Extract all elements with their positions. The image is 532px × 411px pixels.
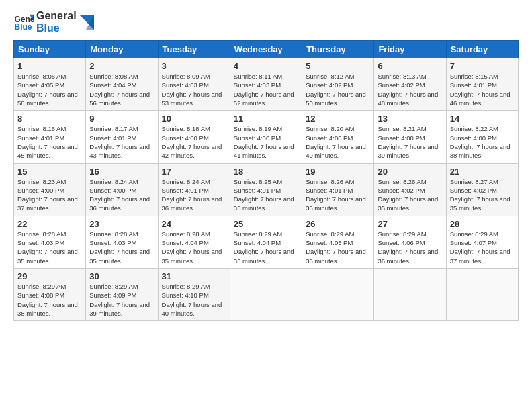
day-info: Sunrise: 8:12 AMSunset: 4:02 PMDaylight:… <box>306 72 370 107</box>
day-number: 7 <box>450 61 515 71</box>
day-number: 12 <box>306 113 370 124</box>
day-info: Sunrise: 8:29 AMSunset: 4:10 PMDaylight:… <box>162 282 226 318</box>
day-number: 6 <box>378 61 442 71</box>
calendar-cell <box>446 268 518 320</box>
calendar-cell: 25Sunrise: 8:29 AMSunset: 4:04 PMDayligh… <box>230 216 302 268</box>
day-info: Sunrise: 8:09 AMSunset: 4:03 PMDaylight:… <box>162 72 226 107</box>
day-number: 2 <box>89 61 154 71</box>
day-number: 3 <box>162 61 226 71</box>
day-number: 17 <box>162 167 226 177</box>
calendar-cell: 13Sunrise: 8:21 AMSunset: 4:00 PMDayligh… <box>374 111 446 163</box>
day-number: 16 <box>89 167 154 177</box>
day-info: Sunrise: 8:24 AMSunset: 4:01 PMDaylight:… <box>162 177 226 213</box>
calendar-week-row: 8Sunrise: 8:16 AMSunset: 4:01 PMDaylight… <box>14 111 519 163</box>
svg-text:Blue: Blue <box>15 21 32 31</box>
day-number: 24 <box>162 219 226 229</box>
calendar-cell: 19Sunrise: 8:26 AMSunset: 4:01 PMDayligh… <box>302 163 374 216</box>
day-info: Sunrise: 8:22 AMSunset: 4:00 PMDaylight:… <box>450 124 515 160</box>
day-info: Sunrise: 8:27 AMSunset: 4:02 PMDaylight:… <box>450 177 515 213</box>
calendar-cell: 6Sunrise: 8:13 AMSunset: 4:02 PMDaylight… <box>374 58 446 111</box>
calendar-cell: 9Sunrise: 8:17 AMSunset: 4:01 PMDaylight… <box>86 111 158 163</box>
calendar-week-row: 1Sunrise: 8:06 AMSunset: 4:05 PMDaylight… <box>14 58 519 111</box>
calendar-cell: 12Sunrise: 8:20 AMSunset: 4:00 PMDayligh… <box>302 111 374 163</box>
calendar-cell: 16Sunrise: 8:24 AMSunset: 4:00 PMDayligh… <box>86 163 158 216</box>
day-info: Sunrise: 8:29 AMSunset: 4:07 PMDaylight:… <box>450 230 515 265</box>
day-number: 8 <box>17 113 82 124</box>
day-info: Sunrise: 8:23 AMSunset: 4:00 PMDaylight:… <box>17 177 82 213</box>
weekday-header-tuesday: Tuesday <box>158 41 230 58</box>
day-number: 31 <box>162 271 226 281</box>
day-number: 23 <box>89 219 154 229</box>
calendar-cell: 29Sunrise: 8:29 AMSunset: 4:08 PMDayligh… <box>14 268 86 320</box>
calendar-cell: 30Sunrise: 8:29 AMSunset: 4:09 PMDayligh… <box>86 268 158 320</box>
logo: General Blue General Blue <box>13 10 94 34</box>
day-info: Sunrise: 8:15 AMSunset: 4:01 PMDaylight:… <box>450 72 515 107</box>
day-number: 5 <box>306 61 370 71</box>
day-number: 20 <box>378 167 442 177</box>
day-number: 22 <box>17 219 82 229</box>
day-info: Sunrise: 8:08 AMSunset: 4:04 PMDaylight:… <box>89 72 154 107</box>
calendar-cell: 17Sunrise: 8:24 AMSunset: 4:01 PMDayligh… <box>158 163 230 216</box>
calendar-cell: 15Sunrise: 8:23 AMSunset: 4:00 PMDayligh… <box>14 163 86 216</box>
day-info: Sunrise: 8:26 AMSunset: 4:01 PMDaylight:… <box>306 177 370 213</box>
logo-text-blue: Blue <box>36 22 77 34</box>
calendar-week-row: 29Sunrise: 8:29 AMSunset: 4:08 PMDayligh… <box>14 268 519 320</box>
day-number: 1 <box>17 61 82 71</box>
day-info: Sunrise: 8:20 AMSunset: 4:00 PMDaylight:… <box>306 124 370 160</box>
day-info: Sunrise: 8:29 AMSunset: 4:08 PMDaylight:… <box>17 282 82 318</box>
day-info: Sunrise: 8:28 AMSunset: 4:03 PMDaylight:… <box>89 230 154 265</box>
calendar-cell: 20Sunrise: 8:26 AMSunset: 4:02 PMDayligh… <box>374 163 446 216</box>
logo-text-general: General <box>36 10 77 22</box>
weekday-header-thursday: Thursday <box>302 41 374 58</box>
weekday-header-saturday: Saturday <box>446 41 518 58</box>
day-info: Sunrise: 8:29 AMSunset: 4:05 PMDaylight:… <box>306 230 370 265</box>
calendar-cell: 7Sunrise: 8:15 AMSunset: 4:01 PMDaylight… <box>446 58 518 111</box>
day-info: Sunrise: 8:29 AMSunset: 4:09 PMDaylight:… <box>89 282 154 318</box>
day-number: 14 <box>450 113 515 124</box>
calendar-cell: 27Sunrise: 8:29 AMSunset: 4:06 PMDayligh… <box>374 216 446 268</box>
weekday-header-friday: Friday <box>374 41 446 58</box>
calendar-week-row: 22Sunrise: 8:28 AMSunset: 4:03 PMDayligh… <box>14 216 519 268</box>
day-number: 25 <box>234 219 298 229</box>
day-info: Sunrise: 8:13 AMSunset: 4:02 PMDaylight:… <box>378 72 442 107</box>
day-info: Sunrise: 8:06 AMSunset: 4:05 PMDaylight:… <box>17 72 82 107</box>
logo-arrow-icon <box>79 15 94 30</box>
day-number: 18 <box>234 167 298 177</box>
day-number: 27 <box>378 219 442 229</box>
calendar-cell: 1Sunrise: 8:06 AMSunset: 4:05 PMDaylight… <box>14 58 86 111</box>
day-number: 13 <box>378 113 442 124</box>
day-info: Sunrise: 8:21 AMSunset: 4:00 PMDaylight:… <box>378 124 442 160</box>
calendar-cell <box>230 268 302 320</box>
day-info: Sunrise: 8:17 AMSunset: 4:01 PMDaylight:… <box>89 124 154 160</box>
calendar-cell: 21Sunrise: 8:27 AMSunset: 4:02 PMDayligh… <box>446 163 518 216</box>
day-info: Sunrise: 8:16 AMSunset: 4:01 PMDaylight:… <box>17 124 82 160</box>
calendar-cell: 14Sunrise: 8:22 AMSunset: 4:00 PMDayligh… <box>446 111 518 163</box>
weekday-header-wednesday: Wednesday <box>230 41 302 58</box>
day-info: Sunrise: 8:29 AMSunset: 4:04 PMDaylight:… <box>234 230 298 265</box>
day-info: Sunrise: 8:28 AMSunset: 4:04 PMDaylight:… <box>162 230 226 265</box>
calendar-cell <box>302 268 374 320</box>
day-number: 19 <box>306 167 370 177</box>
day-info: Sunrise: 8:28 AMSunset: 4:03 PMDaylight:… <box>17 230 82 265</box>
calendar-cell: 22Sunrise: 8:28 AMSunset: 4:03 PMDayligh… <box>14 216 86 268</box>
calendar-cell: 10Sunrise: 8:18 AMSunset: 4:00 PMDayligh… <box>158 111 230 163</box>
day-info: Sunrise: 8:29 AMSunset: 4:06 PMDaylight:… <box>378 230 442 265</box>
day-info: Sunrise: 8:11 AMSunset: 4:03 PMDaylight:… <box>234 72 298 107</box>
weekday-header-sunday: Sunday <box>14 41 86 58</box>
weekday-header-monday: Monday <box>86 41 158 58</box>
day-info: Sunrise: 8:26 AMSunset: 4:02 PMDaylight:… <box>378 177 442 213</box>
day-number: 26 <box>306 219 370 229</box>
day-info: Sunrise: 8:24 AMSunset: 4:00 PMDaylight:… <box>89 177 154 213</box>
day-number: 11 <box>234 113 298 124</box>
calendar-cell <box>374 268 446 320</box>
logo-icon: General Blue <box>13 12 34 32</box>
calendar-cell: 4Sunrise: 8:11 AMSunset: 4:03 PMDaylight… <box>230 58 302 111</box>
calendar-cell: 11Sunrise: 8:19 AMSunset: 4:00 PMDayligh… <box>230 111 302 163</box>
day-info: Sunrise: 8:25 AMSunset: 4:01 PMDaylight:… <box>234 177 298 213</box>
day-info: Sunrise: 8:18 AMSunset: 4:00 PMDaylight:… <box>162 124 226 160</box>
day-info: Sunrise: 8:19 AMSunset: 4:00 PMDaylight:… <box>234 124 298 160</box>
day-number: 9 <box>89 113 154 124</box>
weekday-header-row: SundayMondayTuesdayWednesdayThursdayFrid… <box>14 41 519 58</box>
calendar-cell: 24Sunrise: 8:28 AMSunset: 4:04 PMDayligh… <box>158 216 230 268</box>
calendar-cell: 8Sunrise: 8:16 AMSunset: 4:01 PMDaylight… <box>14 111 86 163</box>
